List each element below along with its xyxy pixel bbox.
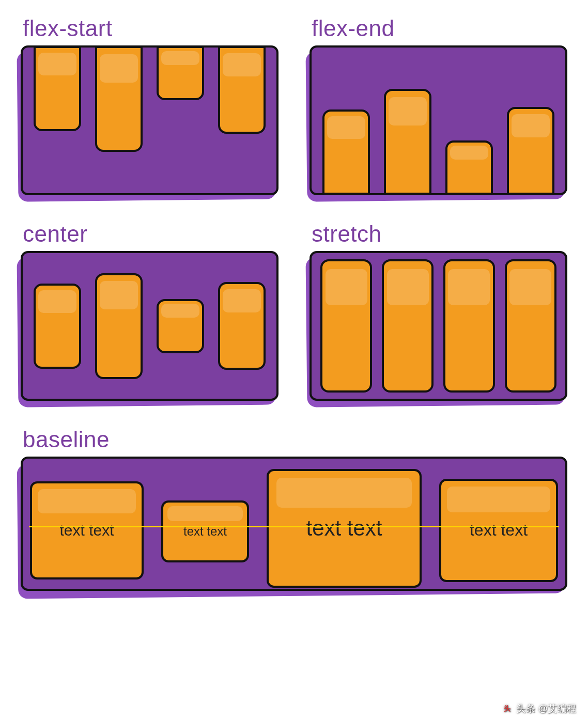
flex-item [384, 89, 431, 195]
flex-item: text text [267, 469, 422, 588]
panel-flex-start: flex-start [21, 15, 278, 195]
flex-item [218, 282, 266, 370]
baseline-rule [29, 526, 559, 527]
panel-title: flex-end [312, 15, 567, 41]
flex-item [157, 46, 204, 100]
flex-item [443, 259, 495, 393]
container-wrap [310, 251, 567, 401]
flex-item [95, 46, 143, 152]
flex-item [157, 299, 204, 353]
flex-item [34, 284, 81, 369]
flex-item: text text [161, 500, 249, 562]
panel-flex-end: flex-end [310, 15, 567, 195]
panel-title: flex-start [23, 15, 278, 41]
flex-item [507, 107, 554, 195]
container-wrap [310, 45, 567, 195]
flex-item [322, 109, 370, 195]
flex-item [382, 259, 434, 393]
flex-item [95, 273, 143, 379]
flex-container [21, 251, 278, 401]
flex-item-text: text text [470, 521, 528, 540]
panel-title: stretch [312, 221, 567, 247]
container-wrap [21, 251, 278, 401]
flex-item [320, 259, 372, 393]
diagram-grid: flex-start flex-end center stretch basel… [21, 15, 567, 591]
flex-item [34, 46, 81, 131]
flex-container [310, 251, 567, 401]
flex-item-text: text text [306, 516, 382, 541]
container-wrap [21, 45, 278, 195]
flex-item [445, 140, 493, 195]
flex-item-text: text text [59, 522, 114, 539]
flex-container [21, 45, 278, 195]
flex-container: text texttext texttext texttext text [21, 457, 567, 591]
flex-item: text text [30, 481, 144, 579]
panel-baseline: baseline text texttext texttext texttext… [21, 427, 567, 591]
flex-item [218, 46, 266, 134]
flex-container [310, 45, 567, 195]
panel-title: baseline [23, 427, 567, 452]
flex-item [505, 259, 556, 393]
panel-center: center [21, 221, 278, 401]
panel-stretch: stretch [310, 221, 567, 401]
panel-title: center [23, 221, 278, 247]
container-wrap: text texttext texttext texttext text [21, 457, 567, 591]
flex-item: text text [439, 479, 558, 582]
